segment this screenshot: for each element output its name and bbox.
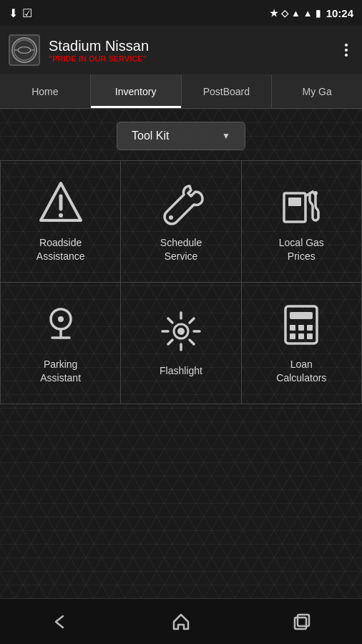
svg-rect-27 (290, 325, 295, 331)
local-gas-prices-label: Local GasPrices (279, 236, 324, 262)
bottom-nav-bar (0, 598, 362, 644)
gas-pump-icon (278, 180, 324, 226)
svg-rect-26 (290, 312, 313, 319)
nissan-logo-inner (11, 37, 37, 63)
header-text: Stadium Nissan "PRIDE IN OUR SERVICE" (49, 37, 149, 63)
tab-home[interactable]: Home (0, 74, 91, 108)
menu-dot (345, 49, 348, 52)
app-header: Stadium Nissan "PRIDE IN OUR SERVICE" (0, 26, 362, 74)
app-title: Stadium Nissan (49, 37, 149, 54)
svg-rect-32 (307, 333, 313, 339)
tool-grid: RoadsideAssistance ScheduleService L (0, 160, 362, 404)
svg-rect-30 (290, 333, 295, 339)
wifi-icon: ▲ (291, 8, 300, 19)
time-display: 10:24 (326, 7, 353, 19)
svg-rect-28 (298, 325, 304, 331)
parking-assistant-label: ParkingAssistant (40, 358, 81, 384)
warning-icon (38, 180, 84, 226)
header-left: Stadium Nissan "PRIDE IN OUR SERVICE" (9, 34, 149, 66)
status-bar-right: ★ ◇ ▲ ▲ ▮ 10:24 (270, 7, 353, 19)
download-icon: ⬇ (9, 6, 18, 20)
bluetooth-icon: ★ (270, 8, 278, 19)
dropdown-arrow-icon: ▼ (222, 131, 230, 141)
dropdown-container: Tool Kit ▼ (0, 109, 362, 160)
schedule-service-button[interactable]: ScheduleService (121, 161, 241, 283)
wrench-icon (158, 180, 204, 226)
roadside-assistance-button[interactable]: RoadsideAssistance (1, 161, 121, 283)
svg-rect-29 (307, 325, 313, 331)
status-bar: ⬇ ☑ ★ ◇ ▲ ▲ ▮ 10:24 (0, 0, 362, 26)
svg-rect-34 (298, 615, 309, 626)
svg-point-6 (59, 213, 63, 218)
main-content: Tool Kit ▼ RoadsideAssistance (0, 109, 362, 598)
flashlight-label: Flashlight (160, 364, 202, 377)
loan-calculators-button[interactable]: LoanCalculators (242, 283, 362, 404)
status-bar-left: ⬇ ☑ (9, 6, 32, 20)
svg-line-20 (168, 318, 172, 323)
svg-point-24 (177, 328, 185, 335)
tab-inventory[interactable]: Inventory (91, 74, 182, 108)
menu-dot (345, 54, 348, 57)
calculator-icon (278, 302, 324, 348)
local-gas-prices-button[interactable]: Local GasPrices (242, 161, 362, 283)
svg-rect-31 (298, 333, 304, 339)
battery-icon: ▮ (315, 8, 321, 19)
loan-calculators-label: LoanCalculators (276, 358, 326, 384)
menu-dot (345, 44, 348, 47)
parking-icon (38, 302, 84, 348)
nissan-logo (9, 34, 40, 66)
svg-line-22 (190, 318, 194, 323)
checkbox-icon: ☑ (22, 6, 32, 20)
toolkit-dropdown[interactable]: Tool Kit ▼ (117, 122, 245, 150)
schedule-service-label: ScheduleService (160, 236, 202, 262)
svg-point-10 (313, 191, 318, 195)
more-options-button[interactable] (339, 38, 353, 62)
flashlight-button[interactable]: Flashlight (121, 283, 241, 404)
svg-point-7 (169, 215, 173, 220)
back-button[interactable] (39, 608, 82, 636)
svg-point-1 (18, 47, 31, 54)
nav-tabs: Home Inventory PostBoard My Ga (0, 74, 362, 109)
tab-myga[interactable]: My Ga (272, 74, 362, 108)
svg-rect-33 (295, 618, 306, 629)
dropdown-label: Tool Kit (132, 130, 169, 142)
flashlight-icon (158, 308, 204, 354)
svg-rect-9 (288, 197, 301, 206)
tab-postboard[interactable]: PostBoard (182, 74, 273, 108)
home-button[interactable] (160, 608, 202, 636)
parking-assistant-button[interactable]: ParkingAssistant (1, 283, 121, 404)
svg-point-12 (58, 316, 64, 322)
app-subtitle: "PRIDE IN OUR SERVICE" (49, 54, 149, 63)
recents-button[interactable] (280, 608, 323, 636)
svg-line-23 (168, 340, 172, 344)
svg-line-21 (190, 340, 194, 344)
signal-icon: ▲ (303, 8, 313, 19)
roadside-assistance-label: RoadsideAssistance (36, 236, 85, 262)
phone-icon: ◇ (281, 8, 288, 19)
